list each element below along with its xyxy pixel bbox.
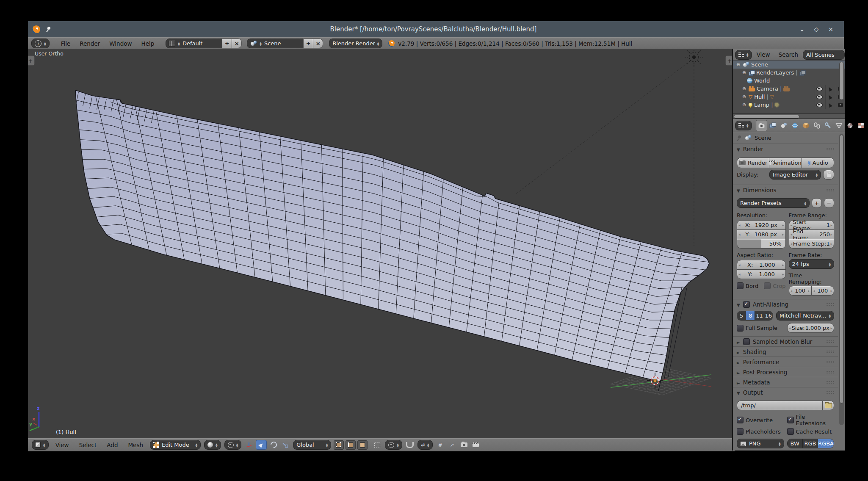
menu-file[interactable]: File <box>56 40 75 47</box>
screen-layout-dropdown[interactable]: Default <box>166 39 222 48</box>
resolution-x-field[interactable]: X:1920 px <box>737 220 786 230</box>
outliner-horizontal-scrollbar[interactable] <box>733 113 845 119</box>
outliner-menu-search[interactable]: Search <box>775 51 802 58</box>
outliner-item-lamp[interactable]: ⊕ Lamp <box>733 101 845 109</box>
frame-step-field[interactable]: Frame Step:1 <box>789 239 834 249</box>
panel-drag-dots[interactable] <box>826 147 834 151</box>
selectability-toggle[interactable] <box>825 101 834 109</box>
close-button[interactable]: × <box>827 25 835 33</box>
overwrite-checkbox[interactable] <box>737 417 744 423</box>
panel-drag-dots[interactable] <box>826 381 834 384</box>
expand-icon[interactable]: ⊕ <box>741 70 747 75</box>
visibility-toggle[interactable] <box>815 85 824 93</box>
panel-header-metadata[interactable]: Metadata <box>733 377 838 387</box>
color-mode-rgba[interactable]: RGBA <box>818 439 834 448</box>
tool-shelf-expand-tab[interactable] <box>28 55 35 66</box>
panel-drag-dots[interactable] <box>826 350 834 354</box>
display-dropdown[interactable]: Image Editor <box>769 170 821 180</box>
outliner-filter-dropdown[interactable]: All Scenes <box>803 50 845 60</box>
aspect-x-field[interactable]: X:1.000 <box>737 260 786 270</box>
mode-dropdown[interactable]: Edit Mode <box>150 440 201 450</box>
outliner-item-renderlayers[interactable]: ⊕ RenderLayers <box>733 69 845 77</box>
panel-drag-dots[interactable] <box>826 188 834 192</box>
tab-render-layers[interactable] <box>768 120 778 131</box>
animation-button[interactable]: Animation <box>769 158 802 168</box>
audio-button[interactable]: Audio <box>802 158 834 168</box>
motion-blur-checkbox[interactable] <box>743 338 750 345</box>
viewport-shading-dropdown[interactable] <box>204 440 221 450</box>
anti-aliasing-checkbox[interactable] <box>743 301 750 308</box>
manipulator-toggle-button[interactable] <box>244 440 254 449</box>
expand-icon[interactable]: ⊕ <box>741 94 747 100</box>
pivot-point-dropdown[interactable] <box>224 440 242 450</box>
render-button[interactable]: Render <box>737 158 769 168</box>
menu-window[interactable]: Window <box>105 40 136 47</box>
proportional-edit-dropdown[interactable] <box>385 440 402 450</box>
face-select-button[interactable] <box>357 440 368 450</box>
snap-element-dropdown[interactable] <box>417 440 433 450</box>
menu-view[interactable]: View <box>51 442 74 448</box>
outliner-vertical-scrollbar[interactable] <box>839 62 844 100</box>
panel-drag-dots[interactable] <box>826 303 834 306</box>
aa-samples-8[interactable]: 8 <box>746 311 755 320</box>
opengl-render-anim-button[interactable] <box>471 440 481 449</box>
aa-samples-16[interactable]: 16 <box>764 311 773 320</box>
menu-help[interactable]: Help <box>137 40 159 47</box>
remap-new-field[interactable]: 100 <box>811 286 834 296</box>
color-mode-rgb[interactable]: RGB <box>803 439 818 448</box>
menu-mesh[interactable]: Mesh <box>123 442 148 448</box>
aspect-y-field[interactable]: Y:1.000 <box>737 269 786 279</box>
outliner-menu-view[interactable]: View <box>753 51 774 58</box>
manipulator-translate-button[interactable] <box>256 440 267 450</box>
properties-shelf-expand-tab[interactable] <box>725 55 732 66</box>
copy-handles-button[interactable] <box>447 440 457 449</box>
render-presets-dropdown[interactable]: Render Presets <box>737 198 810 208</box>
add-layout-button[interactable] <box>222 39 232 48</box>
color-mode-segment[interactable]: BW RGB RGBA <box>787 439 835 448</box>
panel-header-post-processing[interactable]: Post Processing <box>733 367 838 377</box>
aa-samples-11[interactable]: 11 <box>755 311 764 320</box>
add-preset-button[interactable] <box>812 198 822 208</box>
fps-dropdown[interactable]: 24 fps <box>789 259 834 269</box>
aa-samples-5[interactable]: 5 <box>737 311 746 320</box>
remove-preset-button[interactable]: − <box>824 198 834 208</box>
scene-dropdown[interactable]: Scene <box>247 39 304 48</box>
selectability-toggle[interactable] <box>825 85 834 93</box>
full-sample-checkbox[interactable] <box>737 325 744 332</box>
border-checkbox[interactable] <box>737 282 744 289</box>
resolution-percentage-slider[interactable]: 50% <box>737 239 786 249</box>
output-path-field[interactable]: /tmp/ <box>737 401 823 410</box>
edge-select-button[interactable] <box>346 440 356 450</box>
remap-old-field[interactable]: 100 <box>789 286 812 296</box>
menu-select[interactable]: Select <box>75 442 102 448</box>
panel-header-performance[interactable]: Performance <box>733 357 838 367</box>
resolution-y-field[interactable]: Y:1080 px <box>737 229 786 239</box>
placeholders-checkbox[interactable] <box>737 428 744 435</box>
add-scene-button[interactable] <box>303 39 313 48</box>
panel-header-dimensions[interactable]: Dimensions <box>733 185 838 195</box>
transform-orientation-dropdown[interactable]: Global <box>293 440 331 450</box>
renderability-toggle[interactable] <box>836 101 845 109</box>
3d-viewport[interactable]: User Ortho (1) Hull z y x <box>28 49 732 438</box>
panel-drag-dots[interactable] <box>826 360 834 364</box>
hull-mesh-canvas[interactable] <box>28 49 732 438</box>
selectability-toggle[interactable] <box>825 93 834 101</box>
end-frame-field[interactable]: End Fram:250 <box>789 229 834 239</box>
tab-material[interactable] <box>845 120 855 131</box>
tab-texture[interactable] <box>856 120 866 131</box>
panel-header-output[interactable]: Output <box>733 387 838 397</box>
panel-drag-dots[interactable] <box>826 391 834 394</box>
snap-target-button[interactable] <box>435 440 445 449</box>
opengl-render-button[interactable] <box>459 440 469 449</box>
properties-scrollbar[interactable] <box>839 134 844 425</box>
tab-object[interactable] <box>801 120 811 131</box>
collapse-icon[interactable]: ⊖ <box>735 62 741 67</box>
visibility-toggle[interactable] <box>815 93 824 101</box>
color-mode-bw[interactable]: BW <box>788 439 803 448</box>
minimize-button[interactable]: ⌄ <box>798 25 806 33</box>
vertex-select-button[interactable] <box>334 440 344 450</box>
outliner-editor-type-menu[interactable] <box>735 50 752 60</box>
maximize-button[interactable]: ◇ <box>813 25 820 33</box>
display-lock-button[interactable] <box>823 170 834 180</box>
crop-checkbox[interactable] <box>764 282 771 289</box>
